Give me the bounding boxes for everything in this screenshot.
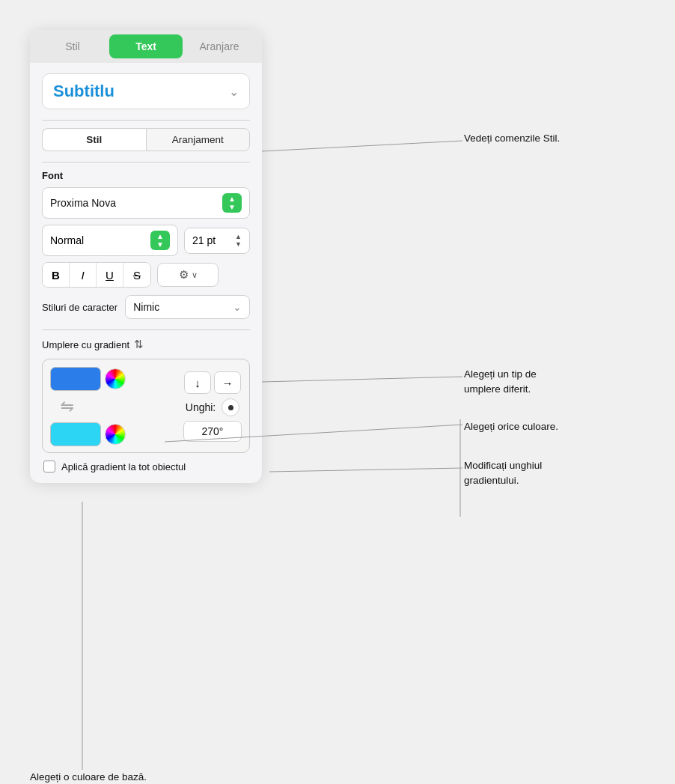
char-styles-label: Stiluri de caracter xyxy=(42,302,117,313)
style-selector-label: Subtitlu xyxy=(53,82,114,101)
divider-1 xyxy=(42,120,250,121)
fill-label: Umplere cu gradient xyxy=(42,339,129,350)
font-style-spinner[interactable]: ▲ ▼ xyxy=(150,231,170,250)
annotation-stil-commands: Vedeți comenzile Stil. xyxy=(464,131,560,146)
svg-line-0 xyxy=(262,141,462,151)
panel-body: Subtitlu ⌄ Stil Aranjament Font Proxima … xyxy=(30,63,262,483)
font-size-dropdown[interactable]: 21 pt ▲ ▼ xyxy=(184,228,250,254)
gear-icon: ⚙ xyxy=(179,268,189,282)
fill-row: Umplere cu gradient ⇅ xyxy=(42,338,250,351)
apply-gradient-row: Aplică gradient la tot obiectul xyxy=(42,461,250,472)
char-styles-row: Stiluri de caracter Nimic ⌄ xyxy=(42,295,250,319)
italic-button[interactable]: I xyxy=(70,263,97,287)
format-buttons-row: B I U S ⚙ ∨ xyxy=(42,262,250,288)
color1-wheel-btn[interactable] xyxy=(105,368,126,389)
color2-swatch[interactable] xyxy=(50,422,101,446)
gradient-section: ⇌ ↓ → xyxy=(42,359,250,453)
font-spinner-btn[interactable]: ▲ ▼ xyxy=(222,193,242,213)
svg-line-1 xyxy=(262,377,462,382)
font-name-dropdown[interactable]: Proxima Nova ▲ ▼ xyxy=(42,187,250,219)
style-selector-dropdown[interactable]: Subtitlu ⌄ xyxy=(42,73,250,109)
angle-value-input[interactable]: 270° xyxy=(183,421,242,442)
main-panel: Stil Text Aranjare Subtitlu ⌄ Stil Aranj… xyxy=(30,30,262,483)
angle-controls-row: Unghi: xyxy=(186,398,239,416)
apply-gradient-label: Aplică gradient la tot obiectul xyxy=(61,461,186,472)
font-style-dropdown[interactable]: Normal ▲ ▼ xyxy=(42,225,178,256)
fill-spinner-icon[interactable]: ⇅ xyxy=(134,338,144,351)
tab-aranjare[interactable]: Aranjare xyxy=(183,34,256,58)
sub-tab-aranjament[interactable]: Aranjament xyxy=(146,128,251,151)
font-name-label: Proxima Nova xyxy=(50,197,116,209)
divider-2 xyxy=(42,162,250,162)
angle-right-btn[interactable]: → xyxy=(214,371,241,394)
divider-3 xyxy=(42,329,250,330)
annotation-angle: Modificați unghiul gradientului. xyxy=(464,458,542,487)
format-buttons-group: B I U S xyxy=(42,262,151,288)
top-tab-bar: Stil Text Aranjare xyxy=(30,30,262,63)
angle-arrow-btns: ↓ → xyxy=(184,371,241,394)
color2-wheel-btn[interactable] xyxy=(105,424,126,445)
char-styles-chevron-icon: ⌄ xyxy=(233,301,242,313)
swap-arrows-icon[interactable]: ⇌ xyxy=(61,397,74,416)
color2-row xyxy=(50,422,126,446)
gear-chevron-icon: ∨ xyxy=(192,270,198,280)
strikethrough-button[interactable]: S xyxy=(123,263,150,287)
char-styles-dropdown[interactable]: Nimic ⌄ xyxy=(125,295,250,319)
color1-row xyxy=(50,367,126,391)
angle-dot-inner xyxy=(228,405,233,410)
gear-button[interactable]: ⚙ ∨ xyxy=(157,263,219,287)
angle-down-btn[interactable]: ↓ xyxy=(184,371,211,394)
chevron-down-icon: ⌄ xyxy=(229,85,239,99)
annotation-fill-type: Alegeți un tip de umplere diferit. xyxy=(464,367,537,396)
apply-gradient-checkbox[interactable] xyxy=(43,461,55,472)
underline-button[interactable]: U xyxy=(97,263,123,287)
font-section-label: Font xyxy=(42,170,250,181)
tab-text[interactable]: Text xyxy=(109,34,183,58)
font-style-label: Normal xyxy=(50,234,84,246)
color1-swatch[interactable] xyxy=(50,367,101,391)
char-styles-value: Nimic xyxy=(133,301,159,313)
angle-dot-control[interactable] xyxy=(222,398,239,416)
font-style-size-row: Normal ▲ ▼ 21 pt ▲ ▼ xyxy=(42,225,250,256)
angle-label: Unghi: xyxy=(186,401,216,413)
svg-line-3 xyxy=(269,468,462,472)
bold-button[interactable]: B xyxy=(43,263,70,287)
tab-stil[interactable]: Stil xyxy=(36,34,109,58)
sub-tab-stil[interactable]: Stil xyxy=(42,128,146,151)
annotation-base-color: Alegeți o culoare de bază. xyxy=(30,771,147,783)
font-size-label: 21 pt xyxy=(192,234,216,246)
annotation-any-color: Alegeți orice culoare. xyxy=(464,419,558,434)
sub-tab-bar: Stil Aranjament xyxy=(42,128,250,151)
